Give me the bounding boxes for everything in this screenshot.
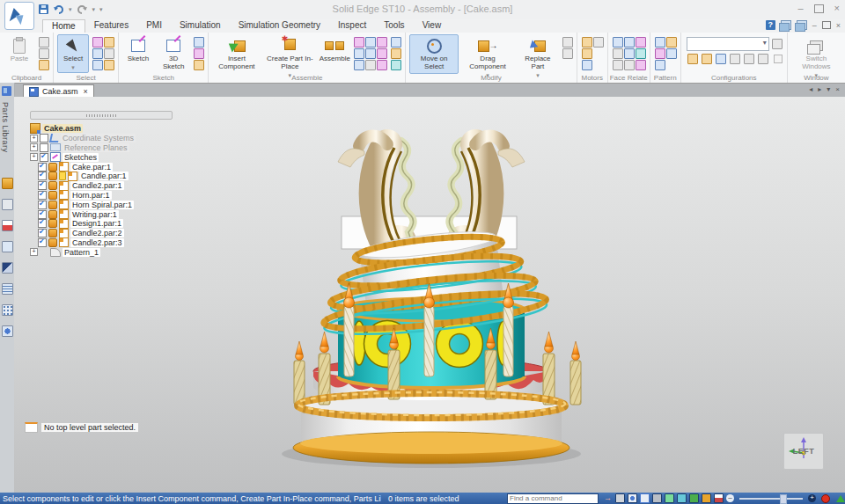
tab-list-icon[interactable]: ▾ [827,85,830,93]
rigid-relation-icon[interactable] [613,37,623,47]
tab-tools[interactable]: Tools [375,19,413,33]
fit-icon[interactable] [640,493,650,503]
minimize-button[interactable]: – [797,4,803,13]
clone-icon[interactable] [666,48,677,59]
graphics-viewport[interactable]: Cake.asm + Coordinate Systems + Referenc… [14,97,845,493]
parallel-face-icon[interactable] [613,48,623,59]
mdi-minimize-button[interactable]: – [812,21,817,30]
view-orientation-indicator[interactable]: LEFT [783,433,824,470]
expand-icon[interactable]: + [30,153,38,161]
visibility-checkbox[interactable] [38,201,47,209]
help-doc-icon[interactable] [2,241,13,252]
pan-icon[interactable] [652,493,662,503]
visibility-checkbox[interactable] [38,163,47,172]
assembly-tools-icon[interactable] [2,178,13,189]
coplanar-icon[interactable] [624,48,635,59]
pathfinder-drag-handle[interactable] [30,111,173,120]
restore-button[interactable] [814,4,824,13]
tree-item[interactable]: + Coordinate Systems [30,134,188,143]
cut-icon[interactable] [39,37,49,47]
visibility-checkbox[interactable] [38,229,47,237]
zoom-area-icon[interactable] [628,493,637,503]
config-manager-icon[interactable] [772,39,783,49]
simulate-motor-icon[interactable] [582,60,592,70]
select-box-icon[interactable] [104,37,114,47]
tree-item[interactable]: Candle2.par:1 [30,181,188,191]
save-config-icon[interactable] [702,54,712,64]
sketch-view-icon[interactable] [194,48,204,59]
transfer-icon[interactable] [562,37,573,47]
rotate-icon[interactable] [677,493,687,503]
tree-item[interactable]: Cake.par:1 [30,162,188,172]
rotation-motor-icon[interactable] [582,37,592,47]
tab-simulation-geometry[interactable]: Simulation Geometry [230,19,329,33]
tree-item[interactable]: + Sketches [30,152,188,162]
parts-library-tab[interactable]: Parts Library [1,102,10,153]
mirror-icon[interactable] [655,48,665,59]
tree-item[interactable]: Writing.par:1 [30,209,188,219]
tab-inspect[interactable]: Inspect [329,19,375,33]
record-icon[interactable] [821,494,830,503]
tree-item[interactable]: + Pattern_1 [30,247,188,257]
tab-pmi[interactable]: PMI [137,19,171,33]
configuration-combo[interactable] [687,37,769,51]
center-plane-icon[interactable] [391,60,401,70]
parts-library-icon[interactable] [2,86,11,96]
perpendicular-icon[interactable] [613,60,623,70]
visibility-checkbox[interactable] [38,219,47,228]
maximize-view-icon[interactable] [836,495,845,502]
visibility-checkbox[interactable] [38,181,47,190]
camera-icon[interactable] [744,54,754,64]
tree-item[interactable]: Horn Spiral.par:1 [30,200,188,209]
tree-item[interactable]: Candle2.par:2 [30,229,188,238]
display-configurations-icon[interactable] [687,54,698,64]
pattern-icon[interactable] [655,37,665,47]
duplicate-icon[interactable] [655,60,665,70]
command-finder-go-icon[interactable]: → [604,494,612,502]
assemble-button[interactable]: Assemble [319,34,350,66]
color-manager-icon[interactable] [2,262,13,274]
visibility-checkbox[interactable] [38,172,47,180]
tab-simulation[interactable]: Simulation [171,19,230,33]
layers-icon[interactable] [2,283,13,295]
tree-item[interactable]: Candle.par:1 [30,172,188,181]
common-views-icon[interactable] [689,493,699,503]
select-visible-icon[interactable] [92,48,103,59]
zoom-slider[interactable] [739,498,803,500]
planar-align-icon[interactable] [377,37,387,47]
connect-icon[interactable] [377,48,387,59]
apply-config-icon[interactable] [716,54,726,64]
window-layout-icon[interactable] [781,20,791,30]
view-overrides-icon[interactable] [615,493,625,503]
insert-component-button[interactable]: Insert Component [212,34,261,74]
equal-radius-icon[interactable] [636,60,646,70]
cam-icon[interactable] [377,60,387,70]
copy-icon[interactable] [39,48,49,59]
symmetric-icon[interactable] [636,37,646,47]
config-checkbox[interactable] [774,55,783,63]
sketch-tools-icon[interactable] [194,60,204,70]
pattern-along-curve-icon[interactable] [666,37,677,47]
image-icon[interactable] [2,199,13,210]
select-dropdown-icon[interactable]: ▾ [71,64,75,70]
tangent-icon[interactable] [365,60,376,70]
inactivate-part-icon[interactable] [104,60,114,70]
motor-speed-icon[interactable] [582,48,592,59]
gear-relation-icon[interactable] [391,48,401,59]
shaded-view-icon[interactable] [665,493,674,503]
offset-icon[interactable] [636,48,646,59]
tab-view[interactable]: View [414,19,451,33]
settings-icon[interactable] [2,325,13,337]
tangent-face-icon[interactable] [624,60,635,70]
concentric-icon[interactable] [624,37,635,47]
visibility-checkbox[interactable] [38,191,47,200]
visibility-checkbox[interactable] [40,134,48,142]
move-on-select-button[interactable]: Move on Select [409,34,459,74]
sketch-button[interactable]: Sketch [122,34,154,66]
view-styles-icon[interactable] [702,493,711,503]
close-button[interactable]: × [834,4,840,13]
mdi-close-button[interactable]: × [836,21,841,30]
tab-features[interactable]: Features [85,19,137,33]
insert-relation-icon[interactable] [365,48,376,59]
axial-align-icon[interactable] [354,48,364,59]
